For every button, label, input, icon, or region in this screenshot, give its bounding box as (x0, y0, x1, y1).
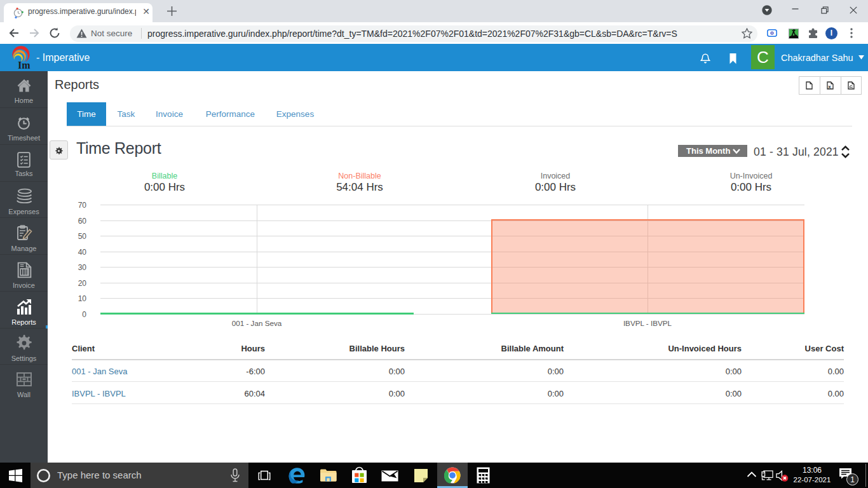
svg-text:x: x (828, 84, 831, 90)
svg-text:Im: Im (18, 60, 31, 71)
